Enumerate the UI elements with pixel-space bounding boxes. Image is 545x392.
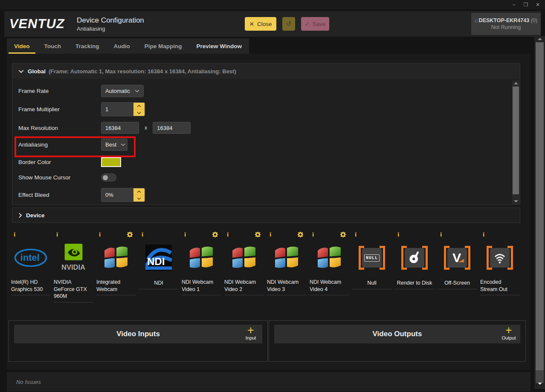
global-section: Global (Frame: Automatic 1, Max resoluti… bbox=[12, 63, 520, 205]
device-name: Integrated Webcam bbox=[96, 279, 136, 293]
info-icon[interactable]: i bbox=[355, 231, 357, 238]
toggle-knob bbox=[103, 175, 108, 180]
gear-icon[interactable] bbox=[340, 231, 346, 238]
effect-bleed-stepper[interactable]: 0% bbox=[101, 188, 145, 202]
video-outputs-title: Video Outputs bbox=[373, 330, 422, 338]
svg-text:NVIDIA: NVIDIA bbox=[61, 263, 85, 271]
home-icon: ⌂ bbox=[475, 17, 478, 23]
max-resolution-label: Max Resolution bbox=[18, 125, 101, 131]
scrollbar-thumb[interactable] bbox=[536, 42, 544, 370]
scroll-down-arrow[interactable] bbox=[534, 381, 545, 386]
tab-audio[interactable]: Audio bbox=[107, 38, 137, 54]
close-button[interactable]: ✕ Close bbox=[245, 17, 276, 31]
scroll-up-arrow[interactable] bbox=[534, 38, 545, 40]
device-card-integrated-webcam[interactable]: iIntegrated Webcam bbox=[96, 231, 136, 295]
device-section-header[interactable]: Device bbox=[12, 208, 520, 223]
antialiasing-dropdown[interactable]: Best bbox=[101, 138, 128, 151]
gear-icon[interactable] bbox=[127, 231, 133, 238]
add-input-button[interactable]: + Input bbox=[241, 325, 261, 340]
effect-bleed-row: Effect Bleed 0% bbox=[18, 188, 145, 202]
show-mouse-cursor-toggle[interactable] bbox=[101, 173, 116, 182]
device-name: NDI Webcam Video 1 bbox=[182, 279, 221, 293]
main-scrollbar[interactable] bbox=[534, 36, 545, 389]
device-card-ndi[interactable]: iNDINDI bbox=[139, 231, 178, 289]
device-card-ndi-webcam-video-2[interactable]: iNDI Webcam Video 2 bbox=[224, 231, 264, 295]
undo-icon: ↺ bbox=[286, 20, 292, 28]
status-message: No Issues bbox=[16, 379, 41, 385]
scrollbar-thumb[interactable] bbox=[513, 86, 519, 194]
scroll-up-arrow[interactable] bbox=[512, 82, 519, 84]
device-card-ndi-webcam-video-3[interactable]: iNDI Webcam Video 3 bbox=[267, 231, 306, 295]
info-icon[interactable]: i bbox=[56, 231, 58, 238]
windows-logo-icon bbox=[182, 238, 221, 277]
disk-logo-icon bbox=[395, 238, 434, 277]
add-output-button[interactable]: + Output bbox=[499, 325, 519, 340]
tab-touch[interactable]: Touch bbox=[37, 38, 69, 54]
check-icon: ✓ bbox=[304, 20, 309, 27]
decrement-button[interactable] bbox=[133, 195, 145, 202]
device-card-ndi-webcam-video-1[interactable]: iNDI Webcam Video 1 bbox=[182, 231, 221, 295]
info-icon[interactable]: i bbox=[312, 231, 314, 238]
device-card-encoded-stream-out[interactable]: iEncoded Stream Out bbox=[480, 231, 519, 295]
device-card-off-screen[interactable]: iVOff-Screen bbox=[438, 231, 477, 289]
global-section-header[interactable]: Global (Frame: Automatic 1, Max resoluti… bbox=[12, 63, 520, 79]
frame-rate-dropdown[interactable]: Automatic bbox=[101, 85, 144, 97]
info-icon[interactable]: i bbox=[142, 231, 143, 238]
gear-icon[interactable] bbox=[212, 231, 218, 238]
info-icon[interactable]: i bbox=[483, 231, 484, 238]
close-window-icon[interactable]: ✕ bbox=[535, 2, 541, 8]
max-resolution-height-input[interactable]: 16384 bbox=[153, 122, 191, 134]
minimize-icon[interactable]: – bbox=[511, 2, 517, 8]
decrement-button[interactable] bbox=[133, 110, 145, 116]
svg-text:V: V bbox=[452, 250, 461, 265]
device-card-nvidia-geforce-gtx-960m[interactable]: iNVIDIANVIDIA GeForce GTX 960M bbox=[54, 231, 93, 303]
info-icon[interactable]: i bbox=[99, 231, 101, 238]
device-name: Off-Screen bbox=[438, 279, 477, 287]
gear-icon[interactable] bbox=[297, 231, 304, 238]
ventuz-window: – ❒ ✕ VENTUZ Device Configuration Antial… bbox=[0, 0, 545, 392]
video-outputs-header: Video Outputs + Output bbox=[274, 325, 520, 343]
border-color-row: Border Color bbox=[18, 157, 121, 167]
device-card-render-to-disk[interactable]: iRender to Disk bbox=[395, 231, 434, 289]
info-icon[interactable]: i bbox=[397, 231, 399, 238]
info-icon[interactable]: i bbox=[440, 231, 442, 238]
undo-button[interactable]: ↺ bbox=[282, 17, 295, 31]
chevron-down-icon bbox=[121, 143, 125, 146]
tab-video[interactable]: Video bbox=[7, 38, 37, 54]
frame-multiplier-value[interactable]: 1 bbox=[101, 103, 133, 116]
intel-logo-icon: intel bbox=[11, 238, 50, 277]
tab-preview-window[interactable]: Preview Window bbox=[189, 38, 249, 54]
border-color-swatch[interactable] bbox=[101, 157, 121, 167]
save-button[interactable]: ✓ Save bbox=[301, 17, 329, 31]
show-mouse-cursor-label: Show Mouse Cursor bbox=[18, 174, 101, 181]
frame-rate-label: Frame Rate bbox=[18, 88, 101, 94]
info-icon[interactable]: i bbox=[184, 231, 186, 238]
increment-button[interactable] bbox=[133, 188, 145, 195]
info-icon[interactable]: i bbox=[270, 231, 271, 238]
windows-logo-icon bbox=[310, 238, 349, 277]
frame-multiplier-stepper[interactable]: 1 bbox=[101, 102, 145, 116]
video-outputs-panel: Video Outputs + Output bbox=[269, 320, 526, 362]
global-section-title: Global bbox=[28, 68, 46, 75]
tab-tracking[interactable]: Tracking bbox=[68, 38, 107, 54]
effect-bleed-value[interactable]: 0% bbox=[101, 188, 133, 202]
device-name: Intel(R) HD Graphics 530 bbox=[11, 279, 50, 293]
max-resolution-width-input[interactable]: 16384 bbox=[101, 122, 139, 134]
info-icon[interactable]: i bbox=[14, 231, 15, 238]
device-card-ndi-webcam-video-4[interactable]: iNDI Webcam Video 4 bbox=[310, 231, 349, 295]
video-inputs-title: Video Inputs bbox=[116, 330, 160, 338]
tab-pipe-mapping[interactable]: Pipe Mapping bbox=[137, 38, 189, 54]
video-inputs-panel: Video Inputs + Input bbox=[9, 320, 268, 362]
device-card-null[interactable]: iNULLNull bbox=[352, 231, 391, 289]
increment-button[interactable] bbox=[133, 103, 145, 110]
info-icon[interactable]: i bbox=[227, 231, 229, 238]
panel-scrollbar[interactable] bbox=[512, 81, 519, 204]
tab-bar: VideoTouchTrackingAudioPipe MappingPrevi… bbox=[7, 38, 249, 54]
plus-icon: + bbox=[241, 325, 261, 335]
scroll-down-arrow[interactable] bbox=[512, 199, 519, 204]
device-card-intel-r-hd-graphics-530[interactable]: iintelIntel(R) HD Graphics 530 bbox=[11, 231, 50, 295]
windows-logo-icon bbox=[267, 238, 306, 277]
gear-icon[interactable] bbox=[255, 231, 261, 238]
host-status-panel[interactable]: ⌂DESKTOP-EKR4743 (0) Not Running bbox=[471, 13, 541, 35]
maximize-icon[interactable]: ❒ bbox=[523, 2, 529, 8]
